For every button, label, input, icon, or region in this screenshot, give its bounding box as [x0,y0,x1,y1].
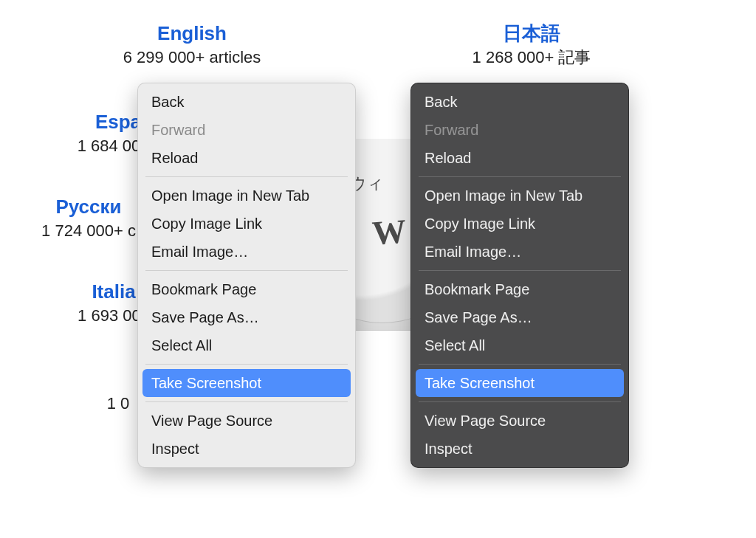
menu-separator [419,401,621,402]
menu-view-source[interactable]: View Page Source [138,407,355,435]
menu-email-image[interactable]: Email Image… [411,238,628,266]
context-menu-light: Back Forward Reload Open Image in New Ta… [137,83,356,468]
language-grid: English 6 299 000+ articles 日本語 1 268 00… [0,0,756,538]
menu-copy-image-link[interactable]: Copy Image Link [411,210,628,238]
menu-inspect[interactable]: Inspect [411,435,628,463]
menu-take-screenshot[interactable]: Take Screenshot [416,369,624,397]
context-menu-dark: Back Forward Reload Open Image in New Ta… [410,83,629,468]
menu-open-image[interactable]: Open Image in New Tab [411,182,628,210]
menu-back[interactable]: Back [411,88,628,116]
menu-select-all[interactable]: Select All [138,331,355,359]
menu-forward: Forward [138,116,355,144]
lang-english[interactable]: English 6 299 000+ articles [89,22,295,69]
menu-email-image[interactable]: Email Image… [138,238,355,266]
lang-name: English [89,22,295,45]
menu-take-screenshot[interactable]: Take Screenshot [142,369,351,397]
menu-separator [419,176,621,177]
menu-save-as[interactable]: Save Page As… [138,303,355,331]
menu-save-as[interactable]: Save Page As… [411,303,628,331]
menu-view-source[interactable]: View Page Source [411,407,628,435]
menu-back[interactable]: Back [138,88,355,116]
lang-count: 1 268 000+ 記事 [428,46,635,69]
menu-reload[interactable]: Reload [138,144,355,172]
menu-open-image[interactable]: Open Image in New Tab [138,182,355,210]
menu-copy-image-link[interactable]: Copy Image Link [138,210,355,238]
menu-separator [145,176,348,177]
menu-separator [145,270,348,271]
lang-count: 6 299 000+ articles [89,46,295,69]
lang-japanese[interactable]: 日本語 1 268 000+ 記事 [428,22,635,69]
menu-separator [145,401,348,402]
globe-letter: W [371,211,408,252]
menu-reload[interactable]: Reload [411,144,628,172]
menu-select-all[interactable]: Select All [411,331,628,359]
lang-name: 日本語 [428,22,635,45]
menu-forward: Forward [411,116,628,144]
menu-separator [419,270,621,271]
menu-inspect[interactable]: Inspect [138,435,355,463]
menu-separator [419,364,621,365]
menu-bookmark[interactable]: Bookmark Page [411,275,628,303]
menu-bookmark[interactable]: Bookmark Page [138,275,355,303]
menu-separator [145,364,348,365]
